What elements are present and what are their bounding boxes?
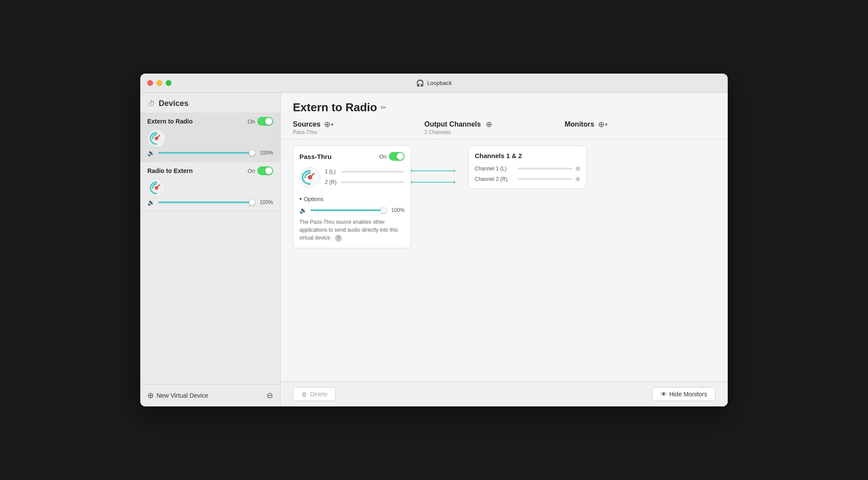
- toggle-label-2: On: [248, 168, 255, 174]
- add-output-button[interactable]: ⊕: [484, 120, 494, 129]
- channel-row-R: 2 (R): [325, 179, 405, 185]
- toggle-container: On: [248, 117, 273, 126]
- add-source-icon: ⊕: [324, 120, 331, 129]
- sources-title: Sources: [293, 120, 320, 128]
- source-toggle-container: On: [379, 152, 405, 161]
- options-volume-row: 🔉 100%: [299, 207, 405, 214]
- volume-slider-1[interactable]: [158, 152, 254, 154]
- device-toggle-2[interactable]: [257, 166, 273, 175]
- output-channel-slider-R[interactable]: [518, 178, 572, 180]
- maximize-button[interactable]: [166, 80, 171, 86]
- toggle-label: On: [248, 118, 255, 125]
- output-card: Channels 1 & 2 Channel 1 (L) Channel 2 (…: [468, 145, 587, 189]
- titlebar: 🎧 Loopback: [140, 74, 728, 93]
- options-volume-icon: 🔉: [299, 207, 307, 214]
- output-channel-row-L: Channel 1 (L): [475, 166, 580, 172]
- source-card-header: Pass-Thru On: [299, 152, 405, 161]
- source-logo: [299, 167, 320, 190]
- sources-section-header: Sources ⊕ ▾ Pass-Thru: [293, 120, 424, 135]
- minimize-button[interactable]: [157, 80, 162, 86]
- output-card-title: Channels 1 & 2: [475, 152, 580, 159]
- options-label: Options: [304, 196, 324, 202]
- connection-lines-area: [424, 145, 468, 381]
- options-section: ▾ Options 🔉 100%: [299, 196, 405, 242]
- source-toggle-label: On: [379, 153, 387, 160]
- volume-pct-2: 100%: [258, 199, 273, 205]
- help-icon[interactable]: ?: [335, 235, 342, 242]
- device-toggle-1[interactable]: [257, 117, 273, 126]
- sidebar-title: Devices: [159, 99, 189, 108]
- sidebar-footer: ⊕ New Virtual Device ⊖: [140, 384, 280, 406]
- output-channel-label-R: Channel 2 (R): [475, 176, 514, 182]
- new-virtual-device-button[interactable]: ⊕ New Virtual Device: [147, 391, 208, 400]
- remove-icon: ⊖: [267, 391, 273, 400]
- options-volume-slider[interactable]: [310, 209, 386, 211]
- close-button[interactable]: [147, 80, 153, 86]
- main-content: ⏱ Devices Extern to Radio On: [140, 93, 728, 406]
- detail-title-row: Extern to Radio ✏: [293, 101, 715, 114]
- sources-subtitle: Pass-Thru: [293, 129, 317, 135]
- add-device-icon: ⊕: [147, 391, 154, 400]
- device-icon-2: [147, 179, 166, 197]
- sidebar: ⏱ Devices Extern to Radio On: [140, 93, 281, 406]
- volume-icon-2: 🔉: [147, 199, 155, 206]
- svg-point-9: [454, 169, 455, 172]
- output-column: Channels 1 & 2 Channel 1 (L) Channel 2 (…: [468, 145, 608, 381]
- device-item-radio-to-extern[interactable]: Radio to Extern On: [140, 162, 280, 212]
- channel-slider-R[interactable]: [342, 181, 405, 183]
- delete-label: Delete: [310, 391, 327, 398]
- device-header: Extern to Radio On: [147, 117, 273, 126]
- app-title-label: Loopback: [427, 80, 452, 86]
- outputs-header-row: Output Channels ⊕: [424, 120, 494, 129]
- monitors-section-header: Monitors ⊕ ▾: [565, 120, 715, 135]
- source-toggle[interactable]: [389, 152, 405, 161]
- volume-pct-1: 100%: [258, 150, 273, 156]
- app-window: 🎧 Loopback ⏱ Devices Extern to Radio On: [140, 74, 728, 406]
- output-channels: Channel 1 (L) Channel 2 (R): [475, 166, 580, 182]
- add-monitor-button[interactable]: ⊕ ▾: [598, 120, 608, 129]
- columns-header: Sources ⊕ ▾ Pass-Thru Output Channels ⊕ …: [281, 120, 728, 139]
- source-channels: 1 (L) 2 (R): [325, 169, 405, 185]
- output-channel-dot-R: [576, 177, 580, 181]
- channel-slider-L[interactable]: [342, 171, 405, 173]
- eye-slash-icon: 👁: [661, 391, 667, 398]
- edit-icon[interactable]: ✏: [381, 103, 386, 112]
- monitors-header-row: Monitors ⊕ ▾: [565, 120, 608, 129]
- options-toggle[interactable]: ▾ Options: [299, 196, 405, 202]
- hide-monitors-label: Hide Monitors: [669, 391, 707, 398]
- output-channel-slider-L[interactable]: [518, 168, 572, 169]
- device-header-2: Radio to Extern On: [147, 166, 273, 175]
- volume-slider-2[interactable]: [158, 201, 254, 203]
- svg-point-11: [454, 181, 455, 184]
- device-icon-1: [147, 129, 166, 148]
- sidebar-header: ⏱ Devices: [140, 93, 280, 113]
- monitors-title: Monitors: [565, 120, 594, 128]
- add-monitor-arrow: ▾: [605, 122, 608, 127]
- device-list: Extern to Radio On: [140, 113, 280, 384]
- source-column: Pass-Thru On: [293, 145, 424, 381]
- new-device-label: New Virtual Device: [157, 392, 208, 399]
- window-title: 🎧 Loopback: [416, 79, 452, 87]
- volume-icon-1: 🔉: [147, 149, 155, 156]
- volume-row-2: 🔉 100%: [147, 199, 273, 206]
- options-chevron-icon: ▾: [299, 196, 302, 202]
- source-icon-area: 1 (L) 2 (R): [299, 167, 405, 191]
- bottom-bar: 🗑 Delete 👁 Hide Monitors: [281, 381, 728, 406]
- columns-area: Pass-Thru On: [281, 145, 728, 381]
- output-channels-title: Output Channels: [424, 120, 481, 128]
- channel-label-R: 2 (R): [325, 179, 338, 185]
- traffic-lights: [147, 80, 171, 86]
- add-source-arrow: ▾: [331, 122, 334, 127]
- add-source-button[interactable]: ⊕ ▾: [324, 120, 334, 129]
- svg-point-10: [411, 181, 413, 184]
- hide-monitors-button[interactable]: 👁 Hide Monitors: [652, 387, 715, 401]
- delete-button[interactable]: 🗑 Delete: [293, 387, 336, 401]
- channel-row-L: 1 (L): [325, 169, 405, 175]
- sources-header-row: Sources ⊕ ▾: [293, 120, 334, 129]
- options-volume-pct: 100%: [389, 207, 405, 213]
- remove-device-button[interactable]: ⊖: [267, 391, 273, 400]
- trash-icon: 🗑: [301, 391, 307, 398]
- device-item-extern-to-radio[interactable]: Extern to Radio On: [140, 113, 280, 162]
- detail-pane: Extern to Radio ✏ Sources ⊕ ▾ Pass-Thru: [281, 93, 728, 406]
- source-card: Pass-Thru On: [293, 145, 411, 248]
